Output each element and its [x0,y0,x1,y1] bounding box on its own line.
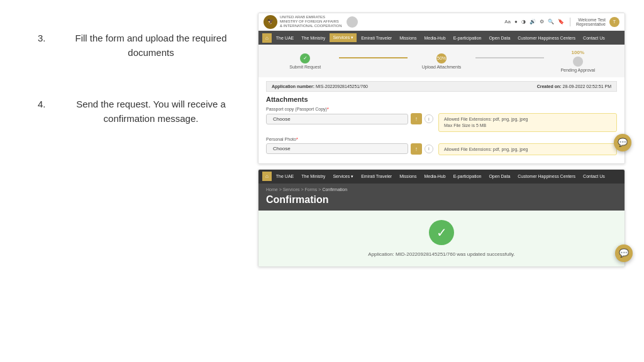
bookmark-icon[interactable]: 🔖 [558,19,564,25]
nav-services[interactable]: Services ▾ [330,33,357,42]
step3-text: Fill the form and upload the required do… [57,31,245,60]
step-submit: ✓ Submit Request [271,53,339,69]
welcome-text: Welcome Test Representative [576,18,606,26]
step-pending: 100% Pending Approval [544,50,612,72]
search-icon[interactable]: 🔍 [548,19,554,25]
step2-label: Upload Attachments [422,65,462,69]
conf-nav-media[interactable]: Media-Hub [421,172,448,180]
step3-label: Pending Approval [560,68,595,72]
nav-customer-happiness[interactable]: Customer Happiness Centers [514,34,579,42]
success-message: Application: MID-20220928145251/760 was … [368,251,514,257]
chat-icon-bottom[interactable]: 💬 [615,244,633,262]
nav-home[interactable]: ⌂ [262,33,272,43]
personal-choose-btn[interactable]: Choose [266,143,408,154]
nav-uae[interactable]: The UAE [273,34,297,42]
step1-label: Submit Request [289,65,321,69]
accessibility-icon[interactable]: ● [514,19,518,25]
confirmation-window: ⌂ The UAE The Ministry Services ▾ Emirat… [258,169,625,267]
conf-nav-eparticipation[interactable]: E-participation [450,172,485,180]
step-upload: 50% Upload Attachments [408,53,475,69]
nav-emirati[interactable]: Emirati Traveler [358,34,395,42]
app-number-label: Application number: MIS-20220928145251/7… [272,84,368,89]
passport-allowed-types: Allowed File Extensions: pdf, png, jpg, … [438,113,617,132]
sound-icon[interactable]: 🔊 [530,19,536,25]
passport-info-icon[interactable]: i [425,114,433,123]
user-avatar[interactable]: T [609,17,619,27]
progress-steps: ✓ Submit Request 50% Upload Attachments … [271,50,612,72]
gov-header: 🦅 UNITED ARAB EMIRATES MINISTRY OF FOREI… [258,13,625,31]
instruction-step3: 3. Fill the form and upload the required… [38,31,245,60]
gov-logo-text: UNITED ARAB EMIRATES MINISTRY OF FOREIGN… [280,15,342,29]
confirmation-screenshot: ⌂ The UAE The Ministry Services ▾ Emirat… [258,169,625,267]
step1-circle: ✓ [300,53,310,63]
conf-nav-uae[interactable]: The UAE [273,172,297,180]
created-date: Created on: 28-09-2022 02:52:51 PM [537,84,611,89]
step4-text: Send the request. You will receive a con… [57,97,245,126]
top-nav: ⌂ The UAE The Ministry Services ▾ Emirat… [258,31,625,45]
nav-eparticipation[interactable]: E-participation [450,34,485,42]
progress-line1 [339,57,407,58]
screenshots-panel: 🦅 UNITED ARAB EMIRATES MINISTRY OF FOREI… [258,13,625,267]
upload-form-window: 🦅 UNITED ARAB EMIRATES MINISTRY OF FOREI… [258,13,625,164]
passport-upload-btn[interactable]: ↑ [411,113,422,124]
nav-missions[interactable]: Missions [396,34,419,42]
passport-choose-btn[interactable]: Choose [266,114,408,124]
font-size-icon[interactable]: Aa [504,19,511,25]
settings-icon[interactable]: ⚙ [540,19,544,25]
progress-bar-section: ✓ Submit Request 50% Upload Attachments … [258,45,625,77]
chat-icon-top[interactable]: 💬 [614,134,631,151]
step3-number: 3. [38,31,57,60]
header-icons: Aa ● ◑ 🔊 ⚙ 🔍 🔖 Welcome Test Representati… [504,17,619,27]
passport-label: Passport copy (Passport Copy)* [266,107,617,111]
confirmation-body: ✓ Application: MID-20220928145251/760 wa… [258,211,625,266]
success-checkmark-icon: ✓ [429,220,454,245]
breadcrumb: Home > Services > Forms > Confirmation [266,187,617,192]
conf-nav-open-data[interactable]: Open Data [486,172,513,180]
upload-screenshot: 🦅 UNITED ARAB EMIRATES MINISTRY OF FOREI… [258,13,625,164]
gov-emblem-icon: 🦅 [264,15,277,29]
app-number-bar: Application number: MIS-20220928145251/7… [266,81,617,92]
confirmation-nav: ⌂ The UAE The Ministry Services ▾ Emirat… [258,170,625,184]
nav-contact[interactable]: Contact Us [580,34,608,42]
conf-nav-emirati[interactable]: Emirati Traveler [358,172,395,180]
attachments-title: Attachments [266,96,617,103]
confirmation-header: Home > Services > Forms > Confirmation C… [258,184,625,211]
progress-line2 [475,57,543,58]
confirmation-title: Confirmation [266,194,617,206]
personal-photo-label: Personal Photo* [266,137,617,141]
conf-nav-missions[interactable]: Missions [396,172,419,180]
gov-logo: 🦅 UNITED ARAB EMIRATES MINISTRY OF FOREI… [264,15,358,29]
instruction-step4: 4. Send the request. You will receive a … [38,97,245,126]
personal-file-row: Choose ↑ i [266,143,433,155]
conf-nav-home[interactable]: ⌂ [262,172,272,181]
conf-nav-ministry[interactable]: The Ministry [298,172,328,180]
nav-media[interactable]: Media-Hub [421,34,448,42]
nav-ministry[interactable]: The Ministry [298,34,328,42]
passport-file-row: Choose ↑ i [266,113,433,124]
personal-upload-btn[interactable]: ↑ [411,143,422,155]
main-container: 3. Fill the form and upload the required… [0,0,644,362]
step3-circle [573,57,583,67]
conf-nav-services[interactable]: Services ▾ [330,172,357,181]
personal-allowed-types: Allowed File Extensions: pdf, png, jpg, … [438,143,617,156]
percent-label: 100% [572,50,584,55]
conf-nav-contact[interactable]: Contact Us [580,172,608,180]
contrast-icon[interactable]: ◑ [521,19,526,25]
instructions-panel: 3. Fill the form and upload the required… [19,13,258,176]
nav-open-data[interactable]: Open Data [486,34,513,42]
step4-number: 4. [38,97,57,126]
gov-logo-secondary-icon [347,16,358,28]
personal-info-icon[interactable]: i [425,145,433,153]
form-content: Application number: MIS-20220928145251/7… [258,77,625,163]
conf-nav-customer-happiness[interactable]: Customer Happiness Centers [514,172,579,180]
step2-circle: 50% [436,53,447,63]
